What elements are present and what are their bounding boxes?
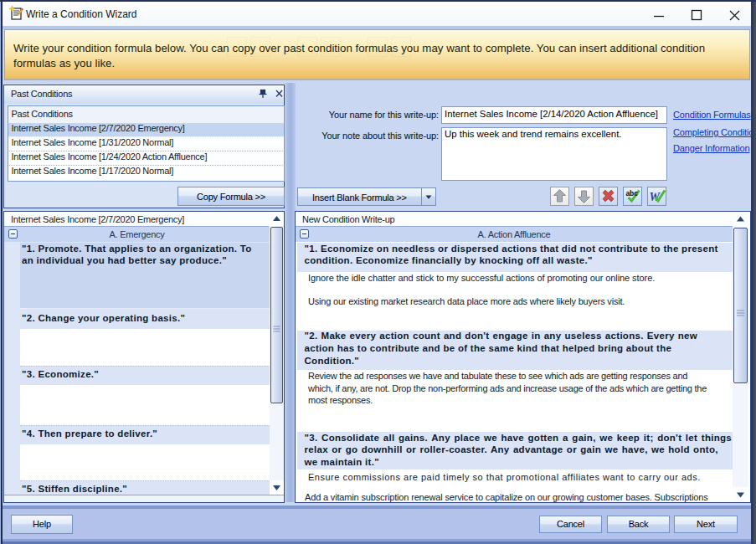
svg-text:abc: abc [625, 189, 638, 198]
